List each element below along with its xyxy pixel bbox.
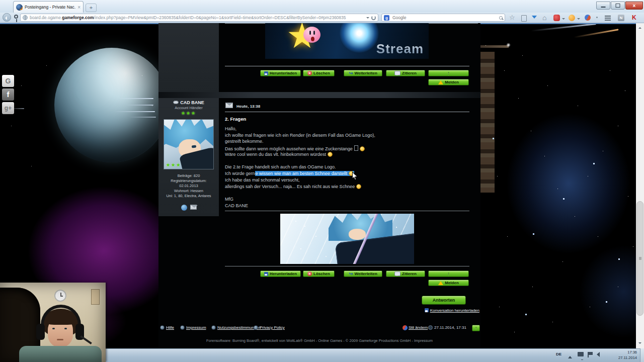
action-center-flag-icon[interactable] — [588, 352, 589, 357]
adblock-caret-icon[interactable] — [562, 18, 565, 21]
divider-line — [225, 266, 469, 266]
profile-stars-bottom: ★★★ — [166, 162, 181, 167]
footer-link-help[interactable]: Hilfe — [166, 325, 174, 330]
tab-close-icon[interactable]: × — [77, 5, 80, 10]
scroll-top-button[interactable]: ↑ — [428, 70, 469, 76]
terms-icon — [211, 325, 216, 330]
key-icon[interactable] — [14, 15, 18, 19]
back-to-top-button[interactable]: ↑ — [472, 325, 480, 331]
forward-button[interactable]: ↪Weiterleiten — [344, 70, 382, 76]
ship-streak — [114, 111, 155, 112]
text-selection: e wissen wie man am besten Schnee darste… — [255, 171, 355, 176]
restore-button[interactable] — [611, 2, 625, 10]
menu-icon[interactable] — [605, 16, 611, 17]
mouse-cursor — [352, 172, 358, 181]
profile-role: Account Händler — [158, 106, 219, 110]
comet-streak — [574, 29, 618, 38]
new-tab-button[interactable]: + — [86, 4, 97, 12]
show-desktop-button[interactable] — [640, 348, 644, 362]
change-style-link[interactable]: Stil ändern — [409, 325, 428, 330]
post-text-line-selected: Ich würde gerne wissen wie man am besten… — [225, 171, 354, 176]
reload-icon[interactable] — [371, 16, 376, 20]
scroll-up-icon[interactable] — [638, 26, 641, 29]
kirby-mouth — [311, 37, 314, 41]
scrollbar[interactable] — [636, 23, 644, 348]
search-bar[interactable]: g — [381, 14, 505, 22]
gplus-share-icon[interactable]: g+ — [2, 102, 14, 114]
footer-link-privacy[interactable]: Privacy Policy — [260, 325, 285, 330]
tray-expand-icon[interactable] — [568, 354, 572, 358]
smiley-addon-caret-icon[interactable] — [577, 18, 580, 21]
stat-registered-date: 02.01.2013 — [158, 184, 219, 189]
homepage-icon[interactable] — [181, 205, 187, 211]
browser-tab[interactable]: Posteingang - Private Nac... × — [13, 1, 84, 13]
report-button[interactable]: Melden — [428, 79, 469, 85]
forward-button[interactable]: ↪Weiterleiten — [344, 270, 382, 277]
volume-icon[interactable] — [597, 352, 600, 357]
home-icon[interactable]: ⌂ — [542, 14, 546, 21]
floppy-icon — [425, 308, 429, 312]
notes-addon-icon[interactable]: N — [618, 15, 624, 21]
report-button[interactable]: Melden — [428, 280, 469, 286]
post-text-line: ich wollte mal fragen wie ich ein Render… — [225, 133, 375, 138]
divider-line — [225, 112, 469, 112]
back-button[interactable] — [3, 13, 11, 22]
adblock-icon[interactable] — [553, 15, 560, 21]
spaceship-boom — [478, 45, 509, 48]
message-icon[interactable] — [190, 205, 197, 210]
comet-streak — [531, 23, 596, 32]
signature-text: Stream — [376, 41, 424, 57]
delete-button[interactable]: ×Löschen — [303, 270, 335, 277]
clipboard-icon[interactable] — [521, 15, 527, 22]
addon-paw-icon[interactable] — [585, 15, 591, 21]
overflow-dot-icon[interactable] — [596, 17, 598, 18]
close-button[interactable]: × — [625, 2, 643, 10]
site-identity-icon — [23, 15, 28, 20]
quote-button[interactable]: Zitieren — [386, 70, 425, 76]
post-text-line: allerdings sah der Versuch... naja... Es… — [225, 184, 361, 189]
google-share-icon[interactable]: G — [2, 75, 14, 87]
taskbar-date: 27.11.2014 — [607, 355, 637, 360]
download-conversation-link[interactable]: Konversation herunterladen — [413, 308, 479, 313]
reply-button[interactable]: Antworten — [422, 296, 466, 305]
bookmark-star-icon[interactable]: ☆ — [509, 14, 515, 21]
post-separator — [158, 92, 480, 98]
blue-burst — [340, 23, 379, 53]
url-bar[interactable]: board.de.ogame.gameforge.com/index.php?p… — [20, 14, 378, 22]
scroll-down-icon[interactable] — [638, 342, 641, 345]
taskbar-clock[interactable]: 17:36 27.11.2014 — [607, 349, 637, 360]
network-icon[interactable] — [578, 352, 584, 356]
scrollbar-thumb[interactable] — [636, 201, 643, 316]
url-text: board.de.ogame.gameforge.com/index.php?p… — [30, 15, 364, 20]
profile-name[interactable]: CAD BANE — [180, 100, 204, 105]
grin-smiley-icon — [360, 146, 365, 151]
taskbar-time: 17:36 — [607, 349, 637, 355]
post-text-line: Hallo, — [225, 126, 236, 131]
quote-button[interactable]: Zitieren — [386, 270, 425, 277]
minimize-button[interactable] — [596, 2, 610, 10]
download-button[interactable]: Herunterladen — [260, 70, 301, 76]
post-text-line: CAD BANE — [225, 203, 248, 208]
smiley-addon-icon[interactable] — [569, 15, 575, 21]
facebook-share-icon[interactable]: f — [2, 88, 14, 101]
post-text-line: Ich habe das mal schonmal versucht, — [225, 177, 300, 183]
downloads-icon[interactable] — [532, 16, 537, 21]
delete-x-icon: × — [307, 71, 312, 75]
search-engine-icon[interactable]: g — [384, 15, 389, 21]
restore-icon — [616, 4, 620, 8]
divider-line — [225, 66, 469, 66]
footer-link-impressum[interactable]: Impressum — [186, 325, 206, 330]
url-dropdown-icon[interactable] — [366, 17, 369, 20]
search-input[interactable] — [391, 15, 497, 21]
download-button[interactable]: Herunterladen — [260, 270, 301, 277]
minimize-icon — [601, 7, 606, 8]
delete-button[interactable]: ×Löschen — [303, 70, 335, 76]
quote-bubble-icon — [394, 71, 400, 75]
k-addon-icon[interactable]: K — [632, 14, 636, 21]
character-face — [349, 229, 366, 240]
search-icon[interactable] — [499, 16, 503, 20]
language-indicator[interactable]: DE — [556, 352, 561, 356]
scroll-top-button[interactable]: ↑ — [428, 270, 469, 277]
up-arrow-icon: ↑ — [447, 70, 450, 76]
post1-signature-image: ★ Stream — [265, 23, 429, 59]
